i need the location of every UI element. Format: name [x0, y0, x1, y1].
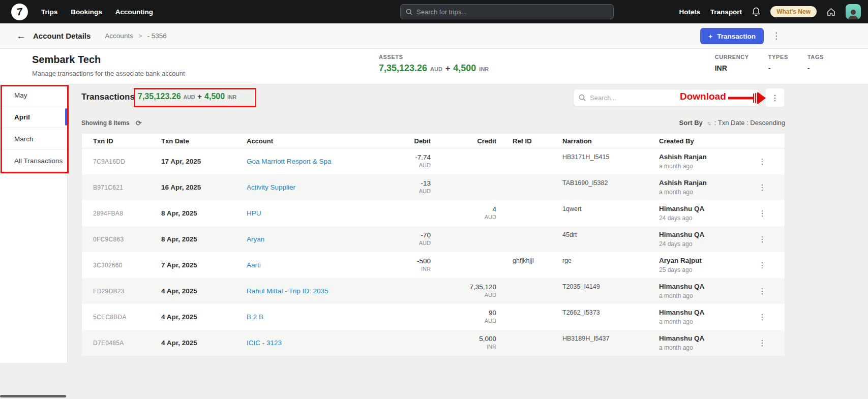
table-row: FD29DB23 4 Apr, 2025 Rahul Mittal - Trip… — [82, 278, 785, 304]
annotation-arrow-icon — [728, 92, 766, 104]
ref-id: ghfjkhjjl — [496, 257, 562, 264]
narration: TAB1690_I5382 — [562, 179, 659, 187]
home-icon[interactable] — [827, 8, 835, 16]
annotation-download-label: Download — [680, 91, 726, 102]
add-transaction-button[interactable]: + Transaction — [700, 28, 764, 44]
debit-cell: -500 INR — [399, 257, 431, 273]
created-by: Himanshu QA a month ago — [659, 334, 751, 352]
row-menu-kebab-icon[interactable]: ⋮ — [751, 235, 773, 244]
sort-by[interactable]: Sort By ↑↓ : Txn Date : Descending — [679, 119, 785, 127]
sidebar-item-april[interactable]: April — [0, 106, 67, 128]
account-link[interactable]: Aarti — [247, 261, 399, 269]
nav-transport[interactable]: Transport — [710, 8, 742, 16]
top-navbar: 7 Trips Bookings Accounting Hotels Trans… — [0, 0, 868, 23]
sembark-logo-icon[interactable]: 7 — [11, 4, 28, 20]
table-row: 5CEC8BDA 4 Apr, 2025 B 2 B 90 AUD T2662_… — [82, 304, 785, 330]
nav-accounting[interactable]: Accounting — [115, 8, 153, 16]
row-menu-kebab-icon[interactable]: ⋮ — [751, 157, 773, 166]
sidebar-item-march[interactable]: March — [0, 128, 67, 150]
nav-trips[interactable]: Trips — [41, 8, 57, 16]
created-by: Himanshu QA a month ago — [659, 308, 751, 326]
global-search[interactable] — [400, 4, 614, 19]
horizontal-scrollbar[interactable] — [0, 395, 66, 397]
table-body: 7C9A16DD 17 Apr, 2025 Goa Marriott Respo… — [82, 148, 785, 356]
debit-cell: -7.74 AUD — [399, 154, 431, 169]
row-menu-kebab-icon[interactable]: ⋮ — [751, 287, 773, 296]
meta-tags: TAGS - — [807, 54, 824, 72]
txn-id: 3C302660 — [93, 262, 161, 269]
created-by: Ashish Ranjan a month ago — [659, 152, 751, 171]
account-link[interactable]: Goa Marriott Resport & Spa — [247, 158, 399, 165]
row-menu-kebab-icon[interactable]: ⋮ — [751, 183, 773, 192]
month-filter-sidebar: May April March All Transactions — [0, 84, 68, 363]
credit-cell: 90 AUD — [431, 309, 496, 325]
account-link[interactable]: HPU — [247, 209, 399, 217]
assets-amount-aud: 7,35,123.26 — [379, 63, 427, 74]
nav-hotels[interactable]: Hotels — [679, 8, 700, 16]
breadcrumb: Accounts > - 5356 — [105, 32, 166, 40]
back-arrow-icon[interactable]: ← — [16, 30, 26, 42]
txn-date: 17 Apr, 2025 — [161, 158, 247, 165]
txn-date: 4 Apr, 2025 — [161, 313, 247, 321]
txn-date: 8 Apr, 2025 — [161, 235, 247, 243]
table-row: 7C9A16DD 17 Apr, 2025 Goa Marriott Respo… — [82, 148, 785, 174]
row-menu-kebab-icon[interactable]: ⋮ — [751, 209, 773, 218]
bell-icon[interactable] — [752, 7, 760, 16]
account-header: Sembark Tech Manage transactions for the… — [0, 49, 868, 84]
user-avatar[interactable] — [846, 4, 861, 19]
txn-id: D7E0485A — [93, 340, 161, 347]
row-menu-kebab-icon[interactable]: ⋮ — [751, 339, 773, 348]
txn-id: B971C621 — [93, 184, 161, 191]
global-search-input[interactable] — [416, 8, 608, 16]
assets-summary: ASSETS 7,35,123.26 AUD + 4,500 INR — [379, 54, 489, 74]
narration: T2035_I4149 — [562, 283, 659, 290]
page-title: Account Details — [33, 32, 91, 40]
person-icon — [847, 8, 859, 19]
plus-icon: + — [708, 33, 712, 40]
account-link[interactable]: Aryan — [247, 235, 399, 243]
account-link[interactable]: Rahul Mittal - Trip ID: 2035 — [247, 287, 399, 295]
table-row: 3C302660 7 Apr, 2025 Aarti -500 INR ghfj… — [82, 252, 785, 278]
account-link[interactable]: B 2 B — [247, 313, 399, 321]
txn-date: 7 Apr, 2025 — [161, 261, 247, 269]
row-menu-kebab-icon[interactable]: ⋮ — [751, 313, 773, 322]
row-menu-kebab-icon[interactable]: ⋮ — [751, 261, 773, 270]
created-by: Himanshu QA a month ago — [659, 282, 751, 300]
txn-id: 2894FBA8 — [93, 210, 161, 217]
created-by: Aryan Rajput 25 days ago — [659, 256, 751, 274]
txn-date: 4 Apr, 2025 — [161, 287, 247, 295]
credit-cell: 7,35,120 AUD — [431, 283, 496, 299]
table-row: 0FC9C863 8 Apr, 2025 Aryan -70 AUD 45drt… — [82, 226, 785, 252]
download-menu-kebab-icon[interactable]: ⋮ — [766, 88, 784, 107]
meta-types: TYPES - — [768, 54, 788, 72]
debit-cell: -70 AUD — [399, 231, 431, 247]
credit-cell: 4 AUD — [431, 205, 496, 221]
txn-date: 4 Apr, 2025 — [161, 339, 247, 347]
transactions-total: 7,35,123.26 AUD + 4,500 INR — [138, 92, 236, 101]
sidebar-item-all-transactions[interactable]: All Transactions — [0, 150, 67, 172]
breadcrumb-current: - 5356 — [147, 32, 166, 40]
whats-new-badge[interactable]: What's New — [770, 6, 817, 17]
search-icon — [406, 9, 412, 15]
breadcrumb-accounts[interactable]: Accounts — [105, 32, 133, 40]
created-by: Himanshu QA 24 days ago — [659, 230, 751, 249]
credit-cell: 5,000 INR — [431, 335, 496, 351]
sort-arrows-icon: ↑↓ — [707, 120, 710, 126]
narration: rge — [562, 257, 659, 264]
txn-id: 0FC9C863 — [93, 236, 161, 243]
transactions-table: Txn ID Txn Date Account Debit Credit Ref… — [81, 133, 785, 356]
refresh-icon[interactable]: ⟳ — [136, 119, 142, 127]
account-subtitle: Manage transactions for the associate ba… — [32, 70, 185, 77]
sidebar-item-may[interactable]: May — [0, 84, 67, 106]
meta-currency: CURRENCY INR — [715, 54, 749, 72]
txn-id: 5CEC8BDA — [93, 314, 161, 321]
table-row: 2894FBA8 8 Apr, 2025 HPU 4 AUD 1qwert Hi… — [82, 200, 785, 226]
table-row: D7E0485A 4 Apr, 2025 ICIC - 3123 5,000 I… — [82, 330, 785, 356]
account-link[interactable]: ICIC - 3123 — [247, 339, 399, 347]
account-link[interactable]: Activity Supplier — [247, 183, 399, 191]
nav-bookings[interactable]: Bookings — [71, 8, 102, 16]
showing-count: Showing 8 Items ⟳ — [81, 119, 141, 127]
page-menu-kebab-icon[interactable]: ⋮ — [772, 30, 781, 41]
narration: 1qwert — [562, 205, 659, 212]
account-name: Sembark Tech — [32, 54, 101, 66]
